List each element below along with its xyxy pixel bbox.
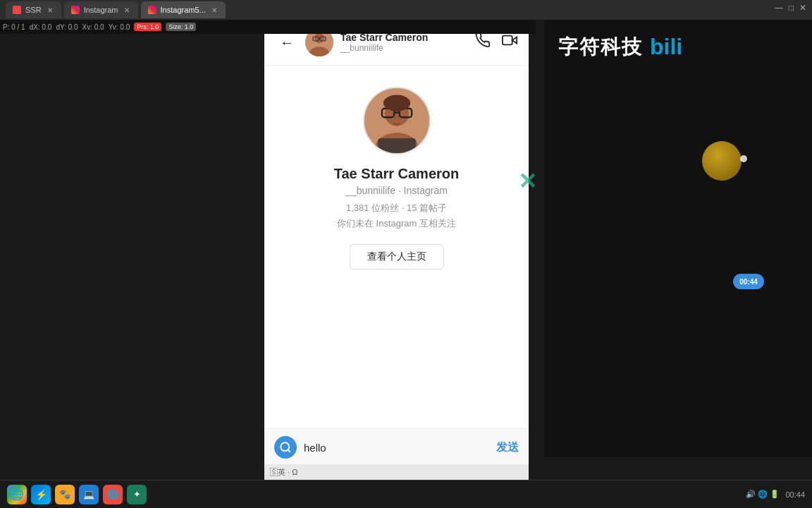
instagram1-favicon — [71, 6, 80, 14]
taskbar-chrome[interactable]: 🌐 — [7, 485, 27, 504]
tab-ssr-close[interactable]: ✕ — [46, 6, 54, 14]
ime-label: 英 · Ω — [278, 467, 297, 478]
video-call-button[interactable] — [502, 32, 517, 52]
back-button[interactable]: ← — [276, 33, 298, 52]
close-btn[interactable]: ✕ — [799, 3, 806, 13]
taskbar-red[interactable]: 🌐 — [103, 485, 123, 504]
tab-instagram1-label: Instagram — [84, 6, 118, 14]
taskbar-system-icons: 🔊 🌐 🔋 — [746, 490, 780, 499]
maximize-btn[interactable]: □ — [789, 3, 794, 13]
input-bar: 发送 — [264, 428, 529, 466]
message-area — [264, 284, 529, 425]
taskbar-right: 🔊 🌐 🔋 00:44 — [746, 490, 805, 499]
instagram2-favicon — [148, 6, 156, 14]
toolbar-yv: Yv: 0.0 — [109, 23, 130, 31]
message-input[interactable] — [304, 442, 489, 454]
svg-rect-7 — [503, 36, 512, 45]
svg-point-16 — [397, 116, 400, 120]
taskbar-paw[interactable]: 🐾 — [55, 485, 75, 504]
header-actions — [475, 32, 517, 52]
browser-chrome: SSR ✕ Instagram ✕ Instagram5... ✕ — □ ✕ — [0, 0, 812, 20]
toolbar-dy: dY: 0.0 — [56, 23, 78, 31]
call-button[interactable] — [475, 32, 491, 52]
taskbar-pc[interactable]: 💻 — [79, 485, 99, 504]
brand-text: 字符科技 — [558, 34, 643, 61]
right-overlay: 字符科技 bili — [544, 20, 812, 457]
window-controls[interactable]: — □ ✕ — [775, 3, 806, 13]
tab-instagram2-label: Instagram5... — [161, 6, 206, 14]
header-contact-handle: __bunniilife — [340, 43, 468, 53]
toolbar-size: Size: 1.0 — [166, 23, 196, 31]
taskbar-edge[interactable]: ⚡ — [31, 485, 51, 504]
minimize-btn[interactable]: — — [775, 3, 783, 13]
svg-marker-6 — [512, 37, 517, 43]
blue-time-badge: 00:44 — [733, 274, 764, 289]
tab-ssr-label: SSR — [25, 6, 42, 14]
svg-point-1 — [314, 33, 324, 43]
profile-handle-ig: __bunniilife · Instagram — [345, 185, 448, 196]
profile-follow-status: 你们未在 Instagram 互相关注 — [337, 217, 456, 230]
ime-flag: 🇸 — [270, 468, 278, 476]
bili-logo: bili — [650, 34, 682, 60]
svg-point-14 — [383, 95, 410, 111]
tab-ssr[interactable]: SSR ✕ — [6, 1, 61, 18]
ssr-favicon — [13, 6, 21, 14]
toolbar-position: P: 0 / 1 — [3, 23, 25, 31]
toolbar-dx: dX: 0.0 — [30, 23, 52, 31]
taskbar: 🌐 ⚡ 🐾 💻 🌐 ✦ 🔊 🌐 🔋 00:44 — [0, 480, 812, 508]
header-contact-info: Tae Starr Cameron __bunniilife — [340, 32, 468, 54]
profile-stats: 1,381 位粉丝 · 15 篇帖子 — [346, 202, 447, 214]
profile-avatar-large — [363, 87, 431, 155]
tab-instagram2-close[interactable]: ✕ — [210, 6, 219, 14]
taskbar-teal[interactable]: ✦ — [127, 485, 147, 504]
send-button[interactable]: 发送 — [496, 440, 519, 455]
tab-instagram1[interactable]: Instagram ✕ — [64, 1, 138, 18]
profile-section: Tae Starr Cameron __bunniilife · Instagr… — [264, 66, 529, 284]
phone-frame: ← Tae Starr Cameron __bunniilife — [264, 20, 529, 485]
svg-rect-17 — [378, 138, 416, 153]
svg-line-19 — [288, 449, 290, 452]
view-profile-button[interactable]: 查看个人主页 — [350, 244, 444, 270]
toolbar-xv: Xv: 0.0 — [82, 23, 104, 31]
profile-name: Tae Starr Cameron — [334, 166, 459, 182]
taskbar-time: 00:44 — [785, 490, 805, 499]
search-icon-circle — [274, 436, 297, 459]
ime-bar: 🇸 英 · Ω — [264, 464, 529, 480]
svg-point-15 — [393, 116, 396, 120]
svg-point-18 — [281, 442, 289, 451]
toolbar-prs: Prs: 1.0 — [134, 23, 161, 31]
golden-circle — [702, 141, 742, 181]
tab-instagram1-close[interactable]: ✕ — [123, 6, 131, 14]
tab-instagram2[interactable]: Instagram5... ✕ — [141, 1, 226, 18]
toolbar: P: 0 / 1 dX: 0.0 dY: 0.0 Xv: 0.0 Yv: 0.0… — [0, 20, 536, 34]
